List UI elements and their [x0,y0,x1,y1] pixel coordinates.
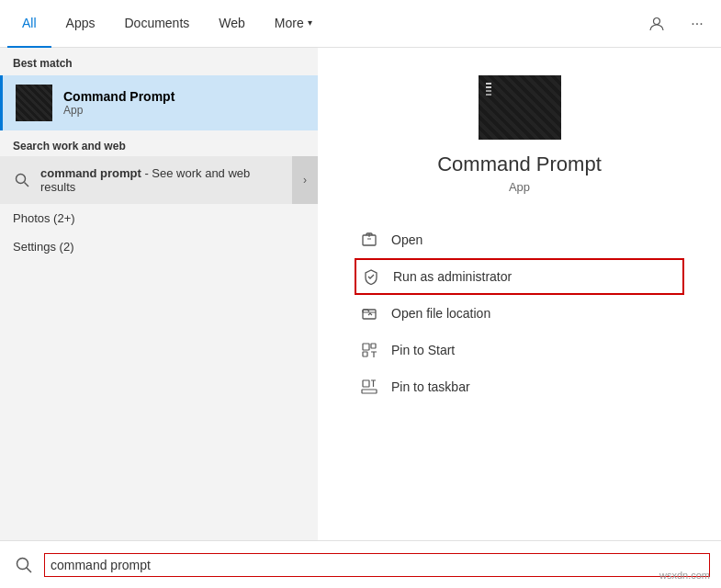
left-panel: Best match Command Prompt App Search wor… [0,48,318,540]
open-file-location-action[interactable]: Open file location [355,295,684,332]
app-info: Command Prompt App [63,89,175,117]
pin-to-start-label: Pin to Start [391,343,455,357]
settings-label: Settings (2) [13,240,73,254]
search-query: command prompt [40,166,141,180]
svg-point-1 [17,175,26,184]
bottom-search-bar: wsxdn.com [0,540,721,588]
search-web-label: Search work and web [0,130,318,156]
chevron-down-icon: ▾ [308,17,312,28]
tab-all[interactable]: All [7,0,51,48]
nav-right-controls: ··· [640,7,714,40]
tab-apps[interactable]: Apps [51,0,110,48]
pin-start-icon [358,339,380,361]
settings-result[interactable]: Settings (2) [0,232,318,261]
search-result-text: command prompt - See work and web result… [40,166,288,194]
action-list: Open Run as administrator [355,221,684,405]
pin-taskbar-icon [358,376,380,398]
search-circle-icon [13,171,31,189]
app-type: App [63,104,175,117]
svg-line-2 [25,183,29,187]
pin-to-taskbar-action[interactable]: Pin to taskbar [355,368,684,405]
open-file-location-label: Open file location [391,306,490,321]
right-panel: Command Prompt App Open [318,48,721,540]
person-icon-button[interactable] [640,7,673,40]
main-content: Best match Command Prompt App Search wor… [0,48,721,540]
best-match-label: Best match [0,48,318,75]
folder-icon [358,302,380,324]
preview-app-name: Command Prompt [437,153,602,176]
svg-point-0 [654,17,660,24]
svg-rect-6 [371,344,376,348]
photos-result[interactable]: Photos (2+) [0,204,318,232]
top-navigation: All Apps Documents Web More ▾ ··· [0,0,721,48]
search-icon [11,552,37,578]
pin-to-start-action[interactable]: Pin to Start [355,332,684,368]
search-expand-arrow[interactable]: › [292,156,318,204]
best-match-item[interactable]: Command Prompt App [0,75,318,130]
open-icon [358,229,380,251]
ellipsis-icon: ··· [691,16,703,32]
svg-rect-9 [363,380,369,387]
open-action[interactable]: Open [355,221,684,258]
tab-more[interactable]: More ▾ [260,0,327,48]
cmd-app-icon [16,85,52,121]
person-icon [648,16,665,32]
run-as-admin-action[interactable]: Run as administrator [355,258,684,295]
ellipsis-button[interactable]: ··· [681,7,714,40]
app-name: Command Prompt [63,89,175,104]
shield-icon [360,266,382,288]
search-input[interactable] [44,553,710,577]
svg-point-10 [17,558,28,569]
svg-rect-5 [363,344,369,350]
app-preview-icon [479,75,561,140]
tab-documents[interactable]: Documents [109,0,204,48]
run-as-admin-label: Run as administrator [393,269,512,284]
photos-label: Photos (2+) [13,211,75,225]
app-preview: Command Prompt App [355,75,684,194]
pin-to-taskbar-label: Pin to taskbar [391,379,470,394]
search-web-item[interactable]: command prompt - See work and web result… [0,156,318,204]
watermark: wsxdn.com [659,570,710,581]
svg-rect-8 [362,390,377,393]
preview-app-type: App [509,180,530,194]
svg-line-11 [27,568,31,572]
tab-web[interactable]: Web [204,0,260,48]
svg-rect-7 [363,352,367,356]
open-label: Open [391,232,422,247]
